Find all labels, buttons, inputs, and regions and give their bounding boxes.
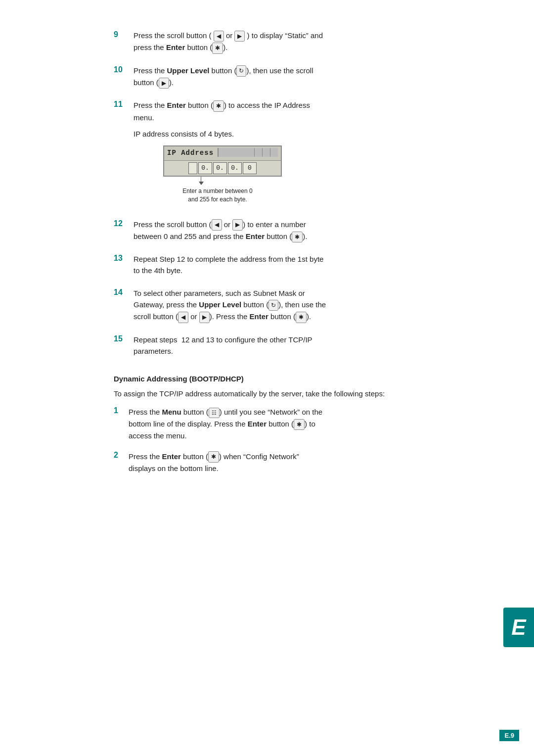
- enter-icon-3: ✱: [292, 232, 303, 243]
- step-12-content: Press the scroll button (◀ or ▶) to ente…: [134, 219, 494, 243]
- ip-byte-4: 0: [243, 162, 257, 174]
- page-content: 9 Press the scroll button ( ◀ or ▶ ) to …: [0, 0, 534, 756]
- step-9: 9 Press the scroll button ( ◀ or ▶ ) to …: [114, 30, 494, 54]
- step-12: 12 Press the scroll button (◀ or ▶) to e…: [114, 219, 494, 243]
- sub-step-2-content: Press the Enter button (✱) when “Config …: [129, 451, 494, 474]
- pointer-line: [201, 177, 201, 182]
- step-14-number: 14: [114, 287, 134, 297]
- sub-step-1: 1 Press the Menu button (☷) until you se…: [114, 406, 494, 441]
- enter-icon-2: ✱: [213, 100, 224, 112]
- upper-level-icon-2: ↻: [268, 300, 278, 311]
- scroll-right-icon: ▶: [234, 31, 245, 42]
- step-9-number: 9: [114, 30, 134, 39]
- scroll-left-icon-3: ◀: [212, 219, 222, 231]
- side-tab-letter: E: [511, 615, 526, 640]
- enter-icon-5: ✱: [294, 419, 305, 430]
- page-number-area: E.9: [499, 730, 519, 741]
- ip-screen-header: IP Address: [164, 146, 281, 161]
- step-11-content: Press the Enter button (✱) to access the…: [134, 99, 494, 207]
- menu-icon: ☷: [209, 408, 220, 418]
- section-title: Dynamic Addressing (BOOTP/DHCP): [114, 375, 494, 383]
- ip-address-diagram: IP Address 0. 0. 0.: [134, 145, 494, 203]
- page-number-box: E.9: [499, 730, 519, 741]
- ip-padding-left: [188, 162, 197, 174]
- step-13-content: Repeat Step 12 to complete the address f…: [134, 253, 494, 277]
- enter-icon-6: ✱: [208, 451, 219, 463]
- step-10-number: 10: [114, 65, 134, 74]
- step-14-content: To select other parameters, such as Subn…: [134, 287, 494, 323]
- ip-screen: IP Address 0. 0. 0.: [163, 145, 282, 177]
- step-10-content: Press the Upper Level button (↻), then u…: [134, 65, 494, 89]
- sub-step-1-number: 1: [114, 406, 129, 415]
- sub-step-2: 2 Press the Enter button (✱) when “Confi…: [114, 451, 494, 474]
- scroll-left-icon: ◀: [214, 31, 224, 42]
- step-15-content: Repeat steps 12 and 13 to configure the …: [134, 334, 494, 357]
- callout-label: Enter a number between 0and 255 for each…: [163, 187, 272, 204]
- ip-label-text: IP: [167, 148, 177, 159]
- step-15-number: 15: [114, 334, 134, 343]
- side-tab-e: E: [503, 608, 534, 647]
- ip-pointer-container: [163, 177, 282, 185]
- scroll-right-icon-4: ▶: [199, 312, 210, 323]
- upper-level-icon: ↻: [236, 65, 246, 77]
- step-11-number: 11: [114, 99, 134, 109]
- step-15: 15 Repeat steps 12 and 13 to configure t…: [114, 334, 494, 357]
- enter-icon: ✱: [212, 43, 223, 54]
- step-9-content: Press the scroll button ( ◀ or ▶ ) to di…: [134, 30, 494, 54]
- step-11: 11 Press the Enter button (✱) to access …: [114, 99, 494, 207]
- step-13-number: 13: [114, 253, 134, 263]
- ip-screen-values: 0. 0. 0. 0: [164, 161, 281, 176]
- section-intro: To assign the TCP/IP address automatical…: [114, 388, 494, 399]
- ip-byte-1: 0.: [198, 162, 212, 174]
- dynamic-addressing-section: Dynamic Addressing (BOOTP/DHCP) To assig…: [114, 375, 494, 474]
- ip-byte-2: 0.: [213, 162, 227, 174]
- ip-screen-wrapper: IP Address 0. 0. 0.: [163, 145, 282, 203]
- sub-step-2-number: 2: [114, 451, 129, 460]
- step-14: 14 To select other parameters, such as S…: [114, 287, 494, 323]
- step-13: 13 Repeat Step 12 to complete the addres…: [114, 253, 494, 277]
- scroll-left-icon-4: ◀: [178, 312, 188, 323]
- ip-address-intro: IP address consists of 4 bytes.: [134, 128, 494, 140]
- ip-address-label: Address: [181, 148, 214, 159]
- ip-byte-3: 0.: [228, 162, 242, 174]
- step-12-number: 12: [114, 219, 134, 228]
- scroll-right-icon-2: ▶: [159, 78, 169, 89]
- pointer-arrow: [199, 182, 204, 185]
- scroll-right-icon-3: ▶: [232, 219, 243, 231]
- sub-step-1-content: Press the Menu button (☷) until you see …: [129, 406, 494, 441]
- enter-icon-4: ✱: [296, 312, 307, 323]
- step-10: 10 Press the Upper Level button (↻), the…: [114, 65, 494, 89]
